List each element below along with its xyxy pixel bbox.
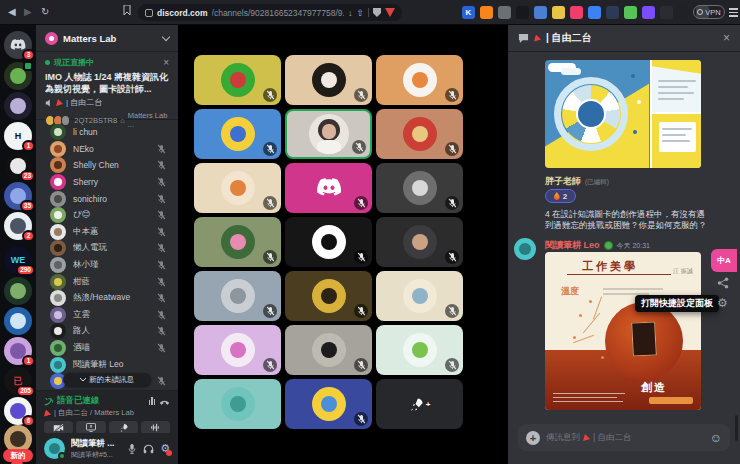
headphones-button[interactable] (143, 444, 154, 454)
discord-home[interactable]: 3 (4, 31, 32, 59)
live-event-card[interactable]: 現正直播中 × IMO 人物誌 1/24 將複雜資訊化為親切視覺，圖卡設計師..… (36, 52, 178, 120)
tile-silver-sphere[interactable] (376, 163, 463, 213)
server-h[interactable]: H1 (4, 122, 32, 150)
bookmark-sidebar-icon[interactable] (123, 5, 131, 15)
user-avatar[interactable] (44, 438, 65, 459)
voice-member-row[interactable]: 林小瑾 (36, 257, 178, 274)
voice-member-row[interactable]: 閱讀筆耕 Leo (36, 356, 178, 373)
scrollbar-thumb[interactable] (735, 415, 738, 441)
share-nodes-icon[interactable] (717, 277, 729, 289)
unread-messages-pill[interactable]: 新的未讀訊息 (63, 373, 151, 386)
ext-green[interactable] (624, 6, 637, 19)
menu-button[interactable] (729, 8, 738, 19)
tile-pink-monster[interactable] (194, 325, 281, 375)
vpn-button[interactable]: VPN (693, 5, 725, 19)
server-bw-art[interactable]: 23 (4, 152, 32, 180)
ext-blue-folder[interactable] (534, 6, 547, 19)
server-blue-avatar[interactable]: 35 (4, 182, 32, 210)
voice-member-row[interactable]: Sherry (36, 174, 178, 191)
ext-clipboard[interactable] (498, 6, 511, 19)
server-we[interactable]: WE290 (4, 246, 32, 274)
server-art-purple[interactable] (4, 92, 32, 120)
url-bar[interactable]: discord.com /channels/902816652347977758… (138, 4, 402, 21)
ext-k[interactable]: K (462, 6, 475, 19)
voice-member-row[interactable]: 熱浪/Heatwave (36, 290, 178, 307)
back-button[interactable]: ◀ (8, 5, 16, 19)
quick-settings-gear-icon[interactable]: ⚙ (717, 296, 728, 310)
server-anime[interactable]: 1 (4, 337, 32, 365)
message-composer[interactable]: + 傳訊息到 | 自由二台 ☺ (518, 424, 730, 451)
ext-bell[interactable] (660, 6, 673, 19)
ext-outline-square[interactable] (678, 6, 691, 19)
author-name[interactable]: 胖子老師 (545, 175, 581, 188)
member-name: NEko (73, 144, 150, 154)
tile-cube-head[interactable] (194, 55, 281, 105)
ext-blue-globe[interactable] (588, 6, 601, 19)
ext-purple-shield[interactable] (642, 6, 655, 19)
tile-discord-logo[interactable] (285, 163, 372, 213)
tile-anime-girl[interactable] (194, 163, 281, 213)
tile-rat-art[interactable] (285, 325, 372, 375)
ext-pink[interactable] (570, 6, 583, 19)
tile-yellow-cat[interactable] (285, 271, 372, 321)
voice-member-row[interactable]: 懶人電玩 (36, 240, 178, 257)
voice-member-row[interactable]: sonichiro (36, 190, 178, 207)
voice-member-row[interactable]: NEko (36, 141, 178, 158)
translate-button[interactable]: 中A (711, 249, 737, 272)
ext-drop[interactable] (606, 6, 619, 19)
download-icon[interactable]: ↓ (348, 8, 353, 18)
tile-woman-camera[interactable] (285, 109, 372, 159)
voice-member-row[interactable]: Shelly Chen (36, 157, 178, 174)
close-icon[interactable]: × (163, 58, 169, 68)
ext-gold-coin[interactable] (552, 6, 565, 19)
tile-cat-drawing[interactable] (376, 55, 463, 105)
server-person[interactable]: 2 (4, 212, 32, 240)
tile-green-alien[interactable] (376, 325, 463, 375)
tile-white-blob-fire[interactable] (285, 55, 372, 105)
site-settings-icon[interactable] (145, 9, 153, 17)
tile-lotus[interactable] (194, 217, 281, 267)
book-card-image[interactable]: 工作美學 江 振誠 溫度 創造 (545, 252, 701, 410)
author-name[interactable]: 閱讀筆耕 Leo (545, 239, 600, 252)
voice-activity-icon[interactable] (149, 397, 156, 405)
adguard-icon[interactable] (385, 8, 395, 17)
tile-cyan-monster[interactable] (194, 379, 281, 429)
tile-blue-monster[interactable] (194, 109, 281, 159)
voice-member-row[interactable]: 酒喵 (36, 340, 178, 357)
close-panel-button[interactable]: × (723, 33, 730, 43)
server-blue-book[interactable] (4, 307, 32, 335)
forward-button[interactable]: ▶ (24, 5, 32, 19)
attach-plus-icon[interactable]: + (526, 431, 540, 445)
user-names[interactable]: 閱讀筆耕 ... 閱讀筆耕#5... (71, 438, 121, 460)
ext-fox[interactable] (480, 6, 493, 19)
share-icon[interactable]: ⇧ (356, 8, 364, 18)
voice-member-row[interactable]: び😊 (36, 207, 178, 224)
server-yi[interactable]: 已205 (4, 367, 32, 395)
server-cube[interactable]: 6 (4, 397, 32, 425)
voice-member-row[interactable]: 立雲 (36, 307, 178, 324)
tile-line-face[interactable] (285, 217, 372, 267)
settings-gear-button[interactable]: ⚙ (160, 442, 170, 455)
server-art-green[interactable] (4, 62, 32, 90)
disconnect-icon[interactable] (159, 397, 170, 406)
tile-robot[interactable] (194, 271, 281, 321)
tile-start-activity[interactable]: + (376, 379, 463, 429)
server-tower[interactable] (4, 277, 32, 305)
tile-blue-robot[interactable] (285, 379, 372, 429)
reload-button[interactable]: ↻ (41, 5, 49, 19)
reaction-pill[interactable]: 2 (545, 189, 576, 203)
avatar[interactable] (514, 238, 536, 260)
tile-blonde-art[interactable] (376, 109, 463, 159)
voice-member-row[interactable]: 柑藍 (36, 273, 178, 290)
voice-member-row[interactable]: li chun (36, 124, 178, 141)
ext-dark-square[interactable] (516, 6, 529, 19)
voice-member-row[interactable]: 中本蕙 (36, 224, 178, 241)
server-header[interactable]: Matters Lab (36, 25, 178, 52)
brave-shield-icon[interactable] (373, 8, 381, 17)
infographic-image[interactable] (545, 60, 701, 168)
emoji-picker-icon[interactable]: ☺ (710, 431, 722, 445)
voice-member-row[interactable]: 路人 (36, 323, 178, 340)
tile-badge-art[interactable] (376, 271, 463, 321)
mic-button[interactable] (127, 443, 137, 454)
tile-man-photo[interactable] (376, 217, 463, 267)
